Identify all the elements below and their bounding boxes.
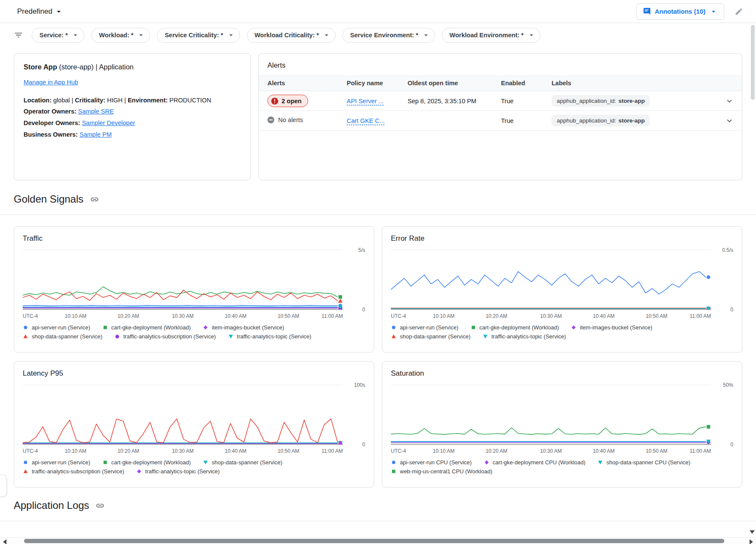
triangle-up-marker-icon [391, 334, 396, 339]
chart-legend: api-server-run (Service)cart-gke-deploym… [391, 324, 733, 340]
x-axis-label: 10:50 AM [278, 448, 300, 454]
expand-row-icon[interactable] [717, 96, 742, 106]
x-axis-label: 10:20 AM [117, 448, 139, 454]
filter-icon [14, 30, 23, 40]
legend-item[interactable]: cart-gke-deployment (Workload) [102, 459, 191, 466]
annotations-button-label: Annotations (10) [655, 8, 705, 15]
section-title: Application Logs [14, 499, 89, 511]
col-header-policy-name: Policy name [347, 80, 408, 87]
annotation-icon [643, 7, 651, 15]
alert-row[interactable]: No alerts Cart GKE C... True apphub_appl… [259, 111, 742, 131]
legend-item[interactable]: api-server-run (Service) [391, 324, 459, 331]
link-icon[interactable] [96, 501, 105, 510]
legend-item[interactable]: traffic-analytics-topic (Service) [483, 333, 566, 340]
business-owners: Business Owners: Sample PM [24, 129, 241, 140]
alert-row[interactable]: 2 open API Server ... Sep 8, 2025, 3:35:… [259, 91, 742, 111]
pentagon-marker-icon [114, 334, 120, 339]
x-axis-label: 10:40 AM [593, 313, 615, 319]
horizontal-scrollbar[interactable] [0, 537, 756, 544]
chevron-down-icon [227, 31, 235, 39]
legend-item[interactable]: api-server-run (Service) [23, 459, 90, 466]
manage-in-app-hub-link[interactable]: Manage in App Hub [24, 79, 78, 86]
legend-item[interactable]: traffic-analytics-topic (Service) [136, 468, 220, 475]
legend-item[interactable]: cart-gke-deployment (Workload) [471, 324, 559, 331]
x-axis-label: 10:40 AM [225, 313, 246, 319]
legend-item[interactable]: api-server-run (Service) [23, 324, 90, 331]
chevron-down-icon [137, 31, 145, 39]
filter-chip-service-environment[interactable]: Service Environment: * [342, 28, 435, 43]
chart-title: Error Rate [391, 234, 733, 243]
latency-p95-chart [23, 385, 343, 445]
legend-item[interactable]: traffic-analytics-subscription (Service) [114, 333, 216, 340]
filter-chip-service-criticality[interactable]: Service Criticality: * [157, 28, 240, 43]
chart-card-traffic: Traffic 5/s 0 UTC-410:10 AM10:20 AM10:30… [14, 226, 374, 353]
scroll-left-arrow[interactable] [3, 539, 6, 544]
x-axis-label: 10:50 AM [646, 313, 668, 319]
x-axis-label: 11:00 AM [321, 313, 343, 319]
open-alerts-badge[interactable]: 2 open [267, 95, 308, 107]
scroll-right-arrow[interactable] [750, 539, 753, 544]
square-marker-icon [102, 460, 108, 465]
y-axis-zero-label: 0 [730, 307, 733, 313]
legend-item[interactable]: shop-data-spanner (Service) [391, 333, 471, 340]
side-panel-toggle[interactable] [0, 475, 7, 497]
x-axis-label: 10:20 AM [486, 313, 507, 319]
legend-item[interactable]: item-images-bucket (Service) [571, 324, 652, 331]
legend-item[interactable]: item-images-bucket (Service) [203, 324, 284, 331]
legend-item[interactable]: cart-gke-deployment (Workload) [102, 324, 191, 331]
y-axis-max-label: 100s [354, 382, 365, 388]
scroll-down-arrow[interactable] [750, 530, 755, 534]
diamond-marker-icon [136, 469, 142, 474]
no-alerts-status: No alerts [267, 117, 303, 123]
x-axis-label: 10:30 AM [172, 448, 194, 454]
col-header-labels: Labels [552, 80, 717, 87]
x-axis-label: UTC-4 [23, 313, 38, 319]
filter-chip-workload-environment[interactable]: Workload Environment: * [442, 28, 540, 43]
y-axis-max-label: 50% [723, 382, 733, 388]
legend-item[interactable]: traffic-analytics-topic (Service) [228, 333, 312, 340]
expand-row-icon[interactable] [717, 116, 742, 126]
x-axis-label: 10:10 AM [65, 448, 87, 454]
label-chip[interactable]: apphub_application_id: store-app [552, 95, 650, 107]
vertical-scrollbar-thumb[interactable] [751, 25, 755, 100]
top-bar: Predefined Annotations (10) [0, 0, 756, 23]
horizontal-scrollbar-thumb[interactable] [24, 539, 724, 543]
chevron-down-icon [71, 31, 80, 39]
view-selector-label: Predefined [17, 7, 52, 16]
legend-item[interactable]: shop-data-spanner (Service) [203, 459, 282, 466]
golden-signals-charts: Traffic 5/s 0 UTC-410:10 AM10:20 AM10:30… [14, 226, 742, 487]
diamond-marker-icon [484, 460, 489, 465]
edit-icon[interactable] [735, 7, 743, 16]
legend-item[interactable]: api-server-run CPU (Service) [391, 459, 472, 466]
legend-item[interactable]: web-mig-us-central1 CPU (Workload) [391, 468, 492, 475]
filter-chip-workload[interactable]: Workload: * [91, 28, 150, 43]
monitoring-dashboard: Predefined Annotations (10) Service [0, 0, 756, 544]
chevron-down-icon [54, 7, 63, 16]
x-axis-label: 10:10 AM [65, 313, 87, 319]
circle-marker-icon [23, 325, 28, 330]
business-owner-link[interactable]: Sample PM [80, 131, 112, 138]
legend-item[interactable]: traffic-analytics-subscription (Service) [23, 468, 124, 475]
vertical-scrollbar[interactable] [749, 0, 756, 537]
triangle-up-marker-icon [23, 334, 28, 339]
filter-chip-service[interactable]: Service: * [32, 28, 84, 43]
policy-link[interactable]: Cart GKE C... [347, 117, 385, 124]
x-axis-label: 10:20 AM [486, 448, 507, 454]
operator-owner-link[interactable]: Sample SRE [78, 108, 114, 115]
link-icon[interactable] [90, 195, 99, 204]
view-selector-dropdown[interactable]: Predefined [17, 7, 63, 16]
filter-chip-workload-criticality[interactable]: Workload Criticality: * [247, 28, 336, 43]
policy-link[interactable]: API Server ... [347, 98, 384, 105]
section-title: Golden Signals [14, 193, 84, 205]
y-axis-max-label: 5/s [358, 247, 365, 253]
triangle-down-marker-icon [228, 334, 234, 339]
legend-item[interactable]: shop-data-spanner (Service) [23, 333, 102, 340]
y-axis-max-label: 0.5/s [722, 247, 733, 253]
developer-owner-link[interactable]: Sampler Developer [82, 120, 135, 126]
y-axis-zero-label: 0 [362, 307, 365, 313]
x-axis-label: 10:50 AM [278, 313, 300, 319]
annotations-button[interactable]: Annotations (10) [636, 3, 724, 20]
label-chip[interactable]: apphub_application_id: store-app [552, 115, 650, 126]
legend-item[interactable]: shop-data-spanner CPU (Service) [597, 459, 690, 466]
legend-item[interactable]: cart-gke-deployment CPU (Workload) [484, 459, 586, 466]
